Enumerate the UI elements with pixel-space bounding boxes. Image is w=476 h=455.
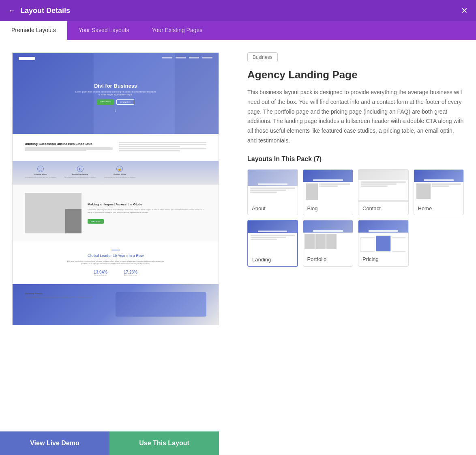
thumb-hero-bar-white-landing [258, 231, 287, 232]
tab-premade[interactable]: Premade Layouts [0, 21, 67, 40]
header-left: ← Layout Details [8, 6, 70, 15]
thumb-content-home [414, 182, 464, 202]
thumb-img-about [248, 170, 298, 202]
contact-line-3 [361, 185, 388, 187]
icon-label-2: Investment Planning [72, 173, 88, 175]
back-button[interactable]: ← [8, 6, 15, 15]
icon-item-2: ◐ Investment Planning Sed perspiciatis u… [64, 166, 96, 178]
thumb-label-contact: Contact [358, 202, 408, 215]
preview-section2-title: Making an Impact Across the Globe [88, 203, 206, 206]
use-layout-button[interactable]: Use This Layout [109, 431, 219, 455]
info-panel: Business Agency Landing Page This busine… [231, 52, 464, 406]
thumb-hero-pricing [358, 220, 408, 233]
layout-thumb-contact[interactable]: Contact [358, 169, 409, 215]
text-line-6 [119, 146, 180, 147]
thumb-content-portfolio [303, 233, 353, 253]
preview-hero: Divi for Business Lorem ipsum dolor sit … [13, 53, 219, 134]
preview-section2: Making an Impact Across the Globe Consec… [13, 185, 219, 242]
layout-thumb-blog[interactable]: Blog [303, 169, 354, 215]
thumb-label-home: Home [414, 202, 464, 215]
home-text [432, 183, 461, 201]
icon-item-3: 🔒 Safe And Secure Sed perspiciatis unde … [104, 166, 135, 178]
layout-title: Agency Landing Page [247, 69, 464, 81]
preview-stats-row: 13.04% Average profit per year 17.23% Av… [25, 270, 206, 276]
home-img [416, 183, 431, 199]
blog-line-2 [319, 185, 338, 187]
thumb-label-about: About [248, 202, 298, 215]
portfolio-img-2 [315, 234, 326, 249]
icon-text-1: Sed perspiciatis unde omnis iste natus e… [25, 177, 56, 178]
landing-line-2 [251, 237, 286, 238]
investment-icon: ◐ [77, 166, 84, 172]
close-button[interactable]: ✕ [461, 6, 468, 15]
view-live-demo-button[interactable]: View Live Demo [0, 431, 109, 455]
thumb-img-pricing [358, 220, 408, 253]
preview-learn-btn: LEARN MORE [97, 99, 114, 105]
header: ← Layout Details ✕ [0, 0, 476, 21]
thumb-line-2 [250, 190, 286, 191]
layout-description: This business layout pack is designed to… [247, 88, 464, 146]
preview-contact-btn: CONTACT US [116, 99, 134, 105]
thumb-hero-bar-white-blog [313, 179, 343, 181]
icon-item-1: ◯ Financial Advice Sed perspiciatis unde… [25, 166, 56, 178]
layout-thumb-landing[interactable]: Landing [247, 220, 298, 267]
thumb-hero-portfolio [303, 220, 353, 233]
pricing-col-2 [376, 235, 391, 252]
thumb-content-contact [358, 180, 408, 200]
thumb-content-blog [303, 182, 353, 202]
stat-invest: 17.23% Average invest per year [124, 270, 137, 276]
layout-preview: Divi for Business Lorem ipsum dolor sit … [12, 52, 219, 325]
thumb-img-home [414, 170, 464, 202]
text-line-3 [25, 150, 86, 151]
tab-existing[interactable]: Your Existing Pages [141, 21, 214, 40]
action-bar: View Live Demo Use This Layout [0, 431, 219, 455]
preview-section3: Global Leader 10 Years in a Row Duis aut… [13, 242, 219, 284]
layout-thumb-about[interactable]: About [247, 169, 298, 215]
layout-thumb-pricing[interactable]: Pricing [358, 220, 409, 267]
thumb-hero-about [248, 170, 298, 186]
stat-invest-label: Average invest per year [124, 274, 137, 276]
stat-profit-num: 13.04% [94, 270, 107, 274]
icon-label-3: Safe And Secure [113, 173, 126, 175]
thumb-label-landing: Landing [248, 253, 297, 266]
preview-section1: Building Successful Businesses Since 198… [13, 134, 219, 161]
preview-arrow-down: ↓ [115, 108, 117, 112]
preview-hero-sub: Lorem ipsum dolor sit amet, consectetur … [75, 91, 156, 96]
layout-thumb-portfolio[interactable]: Portfolio [303, 220, 354, 267]
tabs-bar: Premade Layouts Your Saved Layouts Your … [0, 21, 476, 40]
preview-hero-title: Divi for Business [94, 83, 137, 89]
thumb-content-pricing [358, 233, 408, 253]
preview-section4-text: Consectetur adipiscing elit, sed do eius… [25, 296, 116, 298]
pricing-col-3 [392, 237, 407, 252]
preview-section1-title: Building Successful Businesses Since 198… [25, 142, 113, 146]
blog-line-1 [319, 183, 351, 185]
thumb-hero-landing [248, 221, 297, 233]
landing-line-3 [251, 239, 277, 240]
preview-section3-line [111, 250, 120, 250]
main-content: Divi for Business Lorem ipsum dolor sit … [0, 40, 476, 455]
layouts-pack-title: Layouts In This Pack (7) [247, 155, 464, 163]
text-line-4 [119, 142, 207, 143]
preview-section3-sub: Duis aute irure dolor in reprehenderit i… [65, 260, 166, 265]
thumb-img-portfolio [303, 220, 353, 253]
thumb-content-landing [248, 233, 297, 253]
blog-img [306, 183, 318, 200]
home-line-2 [432, 185, 450, 187]
stat-profit: 13.04% Average profit per year [94, 270, 107, 276]
thumb-hero-contact [358, 170, 408, 180]
text-line-5 [119, 144, 207, 145]
nav-link-4 [202, 57, 212, 58]
preview-section4-left: Signature Process Consectetur adipiscing… [25, 292, 116, 317]
thumb-hero-bar-white [258, 183, 288, 185]
layout-thumb-home[interactable]: Home [414, 169, 464, 215]
portfolio-img-1 [304, 234, 315, 249]
thumb-img-landing [248, 221, 297, 253]
preview-icons-row: ◯ Financial Advice Sed perspiciatis unde… [13, 166, 219, 185]
preview-nav [13, 57, 219, 60]
tab-saved[interactable]: Your Saved Layouts [67, 21, 141, 40]
icon-label-1: Financial Advice [34, 173, 47, 175]
header-title: Layout Details [20, 6, 70, 15]
preview-section1-right [119, 142, 207, 153]
pricing-col-1 [360, 237, 375, 252]
category-badge: Business [247, 52, 278, 62]
